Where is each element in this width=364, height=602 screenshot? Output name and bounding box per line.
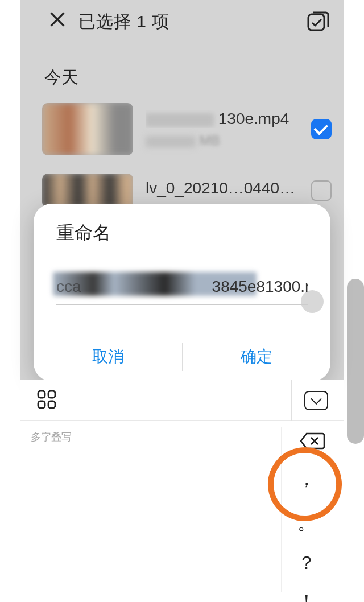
- keyboard-apps-icon[interactable]: [36, 389, 57, 412]
- close-icon[interactable]: [48, 10, 67, 34]
- svg-rect-1: [38, 391, 45, 398]
- file-checkbox[interactable]: [311, 119, 332, 139]
- selection-count-title: 已选择 1 项: [78, 10, 169, 34]
- file-name: lv_0_20210…0440.mp4: [146, 179, 299, 197]
- svg-rect-0: [308, 14, 324, 30]
- video-thumbnail: [42, 103, 133, 155]
- punct-exclaim[interactable]: ！: [297, 589, 316, 602]
- keyboard-collapse-icon[interactable]: [304, 391, 328, 410]
- rename-input[interactable]: cca3845e81300.mp4: [56, 278, 308, 305]
- section-today: 今天: [20, 38, 344, 97]
- selection-header: 已选择 1 项: [20, 0, 344, 38]
- rename-dialog: 重命名 cca3845e81300.mp4 取消 确定: [34, 204, 330, 381]
- svg-rect-3: [38, 401, 45, 408]
- dialog-title: 重命名: [34, 221, 330, 246]
- handwriting-hint: 多字叠写: [31, 430, 72, 444]
- file-checkbox[interactable]: [311, 180, 332, 201]
- select-all-icon[interactable]: [307, 9, 329, 34]
- file-meta: MB: [146, 133, 299, 149]
- file-name: 130e.mp4: [146, 110, 299, 128]
- page-scrollbar[interactable]: [347, 279, 364, 444]
- svg-rect-4: [48, 401, 55, 408]
- confirm-button[interactable]: 确定: [182, 346, 330, 368]
- rename-input-wrapper: cca3845e81300.mp4: [56, 278, 308, 305]
- punct-question[interactable]: ？: [297, 551, 316, 576]
- svg-rect-2: [48, 391, 55, 398]
- video-thumbnail: [42, 174, 133, 208]
- cancel-button[interactable]: 取消: [34, 346, 182, 368]
- file-row[interactable]: 130e.mp4 MB: [20, 97, 344, 161]
